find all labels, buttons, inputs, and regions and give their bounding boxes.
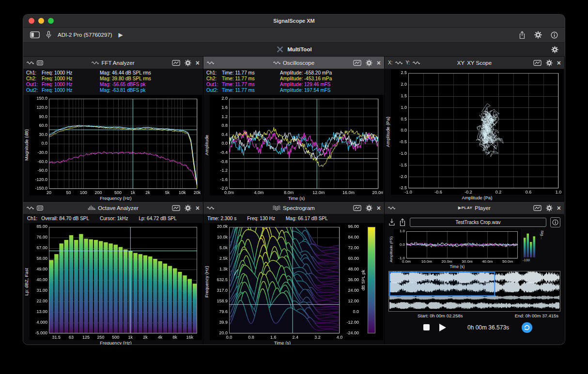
- recorder-icon[interactable]: [37, 60, 43, 65]
- panel-close-button[interactable]: ×: [196, 60, 200, 66]
- panel-settings-button[interactable]: [366, 60, 372, 66]
- octave-plot-canvas[interactable]: [30, 223, 202, 340]
- oscilloscope-readouts: Ch1:Time: 11.77 msAmplitude: -658.20 mPa…: [203, 69, 384, 95]
- chart-toggle-button[interactable]: [353, 205, 361, 211]
- oscilloscope-panel: Oscilloscope × Ch1:Time: 11.77 msAmplitu…: [203, 57, 385, 202]
- import-file-icon[interactable]: [388, 218, 395, 226]
- chart-toggle-button[interactable]: [172, 205, 180, 211]
- traffic-lights: [29, 18, 54, 24]
- readout-line: Ch1:Freq: 1000 HzMag: 46.44 dB SPL rms: [26, 70, 200, 76]
- window-title: SignalScope XM: [273, 18, 315, 24]
- multitool-gear-icon[interactable]: [551, 46, 558, 53]
- octave-x-axis-label: Frequency (Hz): [30, 340, 202, 344]
- recorder-icon[interactable]: [37, 206, 43, 210]
- panel-close-button[interactable]: ×: [557, 205, 561, 211]
- xy-scope-panel: X: Y: XY XY Scope ×: [385, 57, 565, 202]
- player-panel-header[interactable]: ▶PLAY Player ×: [385, 202, 564, 214]
- chart-toggle-button[interactable]: [533, 205, 542, 211]
- app-window: SignalScope XM ADI-2 Pro (57760297) ▶ Mu…: [23, 15, 565, 344]
- chart-toggle-button[interactable]: [353, 60, 361, 66]
- share-icon[interactable]: [519, 31, 526, 39]
- info-icon[interactable]: [551, 31, 558, 39]
- stop-button[interactable]: [423, 324, 430, 330]
- file-info-button[interactable]: [550, 217, 560, 227]
- panel-settings-button[interactable]: [185, 205, 191, 211]
- xy-scope-panel-header[interactable]: X: Y: XY XY Scope ×: [385, 57, 564, 69]
- panel-settings-button[interactable]: [366, 205, 372, 211]
- loaded-file-name[interactable]: TestTracks Crop.wav: [410, 218, 546, 227]
- panel-title: Octave Analyzer: [98, 205, 139, 211]
- player-signal-canvas[interactable]: [394, 229, 521, 264]
- signal-meter-canvas: [523, 229, 536, 257]
- fft-plot-canvas[interactable]: [30, 95, 202, 195]
- xy-plot-canvas[interactable]: [391, 69, 563, 195]
- fft-x-axis-label: Frequency (Hz): [30, 195, 202, 201]
- octave-panel-header[interactable]: Octave Analyzer ×: [23, 202, 203, 214]
- input-wave-icon[interactable]: [27, 60, 34, 65]
- spectrogram-y-axis-label: Frequency (Hz): [203, 223, 210, 340]
- fft-y-axis-label: Magnitude (dB): [23, 95, 30, 195]
- readout-line: Out1:Freq: 1000 HzMag: -56.65 dBFS pk: [26, 82, 200, 88]
- microphone-icon[interactable]: [46, 31, 51, 39]
- export-file-icon[interactable]: [399, 218, 406, 226]
- panel-settings-button[interactable]: [185, 60, 191, 66]
- xy-y-axis-label: Amplitude (Pa): [385, 69, 391, 195]
- settings-gear-icon[interactable]: [534, 31, 542, 39]
- panel-settings-button[interactable]: [546, 60, 553, 66]
- octave-analyzer-panel: Octave Analyzer × Ch1: Overall: 84.70 dB…: [23, 202, 203, 344]
- selection-end-time: End: 0h 00m 37.415s: [515, 313, 558, 318]
- oscilloscope-plot-canvas[interactable]: [210, 95, 383, 195]
- player-panel: ▶PLAY Player × TestTracks Crop.wav: [385, 202, 565, 344]
- desktop: SignalScope XM ADI-2 Pro (57760297) ▶ Mu…: [0, 0, 588, 374]
- close-window-button[interactable]: [29, 18, 34, 24]
- player-body: TestTracks Crop.wav Amplitude (FS) Time …: [385, 214, 564, 344]
- input-wave-icon[interactable]: [207, 206, 214, 210]
- player-play-icon: ▶PLAY: [458, 206, 472, 210]
- oscilloscope-panel-header[interactable]: Oscilloscope ×: [203, 57, 384, 69]
- chart-toggle-button[interactable]: [172, 60, 180, 66]
- readout-line: Ch1:Time: 11.77 msAmplitude: -658.20 mPa: [206, 70, 381, 76]
- transport-controls: 0h 00m 36.573s: [388, 320, 560, 335]
- spectrogram-plot-canvas[interactable]: [210, 223, 383, 340]
- panel-close-button[interactable]: ×: [557, 60, 561, 66]
- oscilloscope-y-axis-label: Amplitude: [203, 95, 210, 195]
- fft-readouts: Ch1:Freq: 1000 HzMag: 46.44 dB SPL rms C…: [23, 69, 203, 95]
- x-input-wave-icon[interactable]: [395, 60, 402, 65]
- y-input-wave-icon[interactable]: [413, 60, 420, 65]
- loop-button[interactable]: [522, 322, 532, 333]
- fft-panel-header[interactable]: FFT Analyzer ×: [23, 57, 203, 69]
- octave-y-axis-label: Lp: dBZ, Fast: [23, 223, 30, 340]
- readout-line: Out2:Freq: 1000 HzMag: -63.81 dBFS pk: [26, 88, 200, 93]
- spectrogram-x-axis-label: Time (s): [210, 340, 355, 344]
- device-play-button[interactable]: ▶: [119, 32, 123, 38]
- panel-close-button[interactable]: ×: [377, 205, 381, 211]
- waveform-overview-canvas[interactable]: [388, 271, 560, 312]
- titlebar[interactable]: SignalScope XM: [23, 15, 565, 28]
- input-wave-icon[interactable]: [27, 206, 34, 210]
- toolbar: ADI-2 Pro (57760297) ▶: [23, 28, 565, 43]
- panel-title: FFT Analyzer: [101, 60, 134, 66]
- device-selector[interactable]: ADI-2 Pro (57760297): [58, 32, 112, 38]
- readout-line: Ch2:Freq: 1000 HzMag: 39.80 dB SPL rms: [26, 76, 200, 82]
- multitool-icon: [276, 46, 284, 53]
- chart-toggle-button[interactable]: [533, 60, 542, 66]
- multitool-bar: MultiTool: [23, 43, 565, 57]
- info-icon: [552, 219, 558, 225]
- panel-close-button[interactable]: ×: [196, 205, 200, 211]
- readout-line: Out1:Time: 11.77 msAmplitude: 129.46 mFS: [206, 82, 381, 88]
- panel-close-button[interactable]: ×: [377, 60, 381, 66]
- input-wave-icon[interactable]: [207, 60, 214, 65]
- zoom-window-button[interactable]: [48, 18, 54, 24]
- sidebar-toggle-icon[interactable]: [30, 31, 40, 38]
- selection-start-time: Start: 0h 00m 02.258s: [418, 313, 463, 318]
- panel-title: Oscilloscope: [283, 60, 314, 66]
- minimize-window-button[interactable]: [38, 18, 44, 24]
- octave-readout: Ch1: Overall: 84.70 dB SPL Cursor: 1kHz …: [23, 214, 203, 223]
- spectrogram-panel-header[interactable]: Spectrogram ×: [203, 202, 384, 214]
- input-wave-icon[interactable]: [388, 206, 395, 210]
- play-button[interactable]: [439, 324, 446, 331]
- panel-settings-button[interactable]: [546, 205, 553, 211]
- spectrogram-readout: Time: 2.300 s Freq: 130 Hz Mag: 66.17 dB…: [203, 214, 384, 223]
- spectrogram-icon: [273, 206, 280, 210]
- xy-x-axis-label: Amplitude (Pa): [391, 195, 563, 201]
